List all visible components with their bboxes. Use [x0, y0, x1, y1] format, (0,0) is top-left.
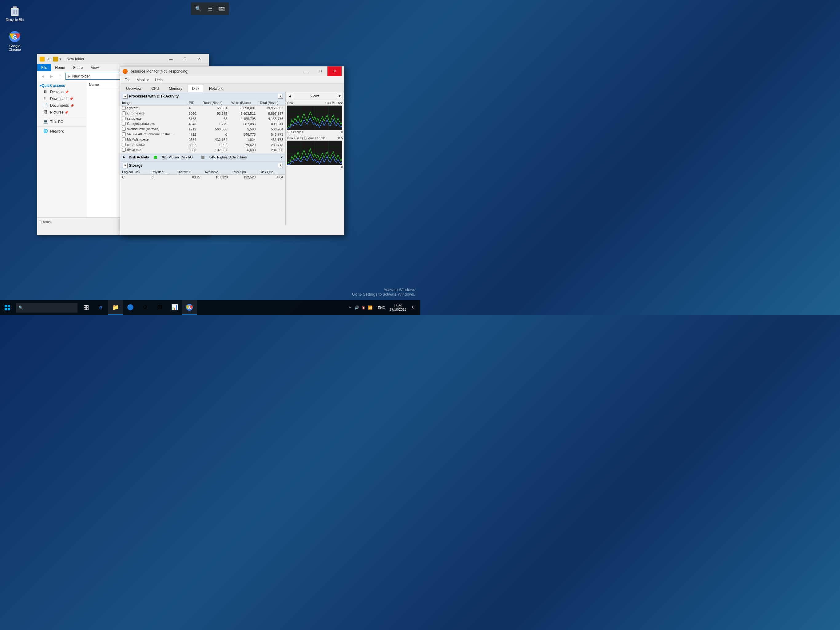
- search-toolbar-btn[interactable]: 🔍: [193, 4, 203, 14]
- col-read[interactable]: Read (B/sec): [201, 100, 229, 106]
- storage-col-total[interactable]: Total Spa...: [230, 169, 257, 175]
- back-btn[interactable]: ◀: [38, 72, 47, 81]
- sidebar-item-network[interactable]: 🌐 Network: [37, 128, 86, 135]
- views-prev-btn[interactable]: ◀: [287, 93, 293, 99]
- disk-activity-bar[interactable]: ▶ Disk Activity 626 MB/sec Disk I/O 84% …: [120, 153, 285, 161]
- taskbar-chrome2-btn[interactable]: [182, 300, 197, 315]
- row-checkbox[interactable]: [122, 122, 126, 125]
- row-checkbox[interactable]: [122, 132, 126, 136]
- keyboard-toolbar-btn[interactable]: ⌨: [217, 4, 227, 14]
- rm-menu-help[interactable]: Help: [152, 77, 166, 83]
- qat-dropdown[interactable]: ▼: [59, 57, 62, 61]
- sidebar-item-documents[interactable]: 📄 Documents 📌: [37, 102, 86, 109]
- taskbar-search[interactable]: 🔍: [16, 303, 77, 313]
- disk-graph-container: Disk 100 MB/sec: [286, 100, 344, 135]
- row-checkbox[interactable]: [122, 127, 126, 131]
- task-view-btn[interactable]: [79, 300, 93, 315]
- sidebar-item-thispc[interactable]: 💻 This PC: [37, 119, 86, 125]
- tray-wifi-icon[interactable]: 📶: [368, 305, 373, 310]
- resmon-icon: 📊: [171, 304, 178, 311]
- storage-collapse-btn[interactable]: ∧: [278, 163, 283, 168]
- rm-minimize-btn[interactable]: —: [299, 66, 313, 76]
- disk-activity-expand[interactable]: ▶: [123, 155, 125, 159]
- storage-col-logical[interactable]: Logical Disk: [120, 169, 149, 175]
- storage-col-available[interactable]: Available...: [203, 169, 230, 175]
- row-checkbox[interactable]: [122, 106, 126, 110]
- taskbar-ie-btn[interactable]: ℯ: [93, 300, 108, 315]
- notification-btn[interactable]: 🗨: [409, 300, 419, 315]
- qat-undo-btn[interactable]: ↩: [45, 56, 52, 62]
- row-checkbox[interactable]: [122, 143, 126, 146]
- rm-menu-monitor[interactable]: Monitor: [133, 77, 152, 83]
- tray-clock[interactable]: 16:50 27/10/2016: [387, 300, 409, 315]
- col-write[interactable]: Write (B/sec): [229, 100, 257, 106]
- quick-access-header[interactable]: ▸ Quick access: [37, 82, 86, 89]
- row-checkbox[interactable]: [122, 117, 126, 120]
- maximize-btn[interactable]: ☐: [178, 54, 192, 64]
- ribbon-tab-home[interactable]: Home: [51, 64, 69, 71]
- rm-menu-file[interactable]: File: [122, 77, 133, 83]
- rm-tab-cpu[interactable]: CPU: [147, 85, 164, 92]
- col-image[interactable]: Image: [120, 100, 187, 106]
- disk-activity-collapse[interactable]: ∨: [280, 155, 283, 159]
- col-total[interactable]: Total (B/sec): [257, 100, 285, 106]
- minimize-btn[interactable]: —: [164, 54, 178, 64]
- col-pid[interactable]: PID: [187, 100, 201, 106]
- ribbon-tab-share[interactable]: Share: [69, 64, 87, 71]
- close-btn[interactable]: ✕: [192, 54, 206, 64]
- processes-expand-btn[interactable]: ▼: [123, 94, 128, 99]
- disk-graph-svg: [287, 106, 342, 130]
- image-name: dfsvc.exe: [127, 148, 141, 152]
- cell-read: 68: [201, 116, 229, 121]
- processes-section-header[interactable]: ▼ Processes with Disk Activity ∧: [120, 92, 285, 100]
- table-row: svchost.exe (netsvcs) 1212 560,606 5,598…: [120, 127, 285, 131]
- google-chrome-icon[interactable]: Google Chrome: [2, 29, 27, 52]
- start-btn[interactable]: [0, 300, 15, 315]
- forward-btn[interactable]: ▶: [47, 72, 56, 81]
- taskbar-resmon-btn[interactable]: 📊: [167, 300, 182, 315]
- rm-title-icon: [123, 69, 128, 74]
- sidebar-item-downloads[interactable]: ⬇ Downloads 📌: [37, 95, 86, 102]
- storage-col-active[interactable]: Active Ti...: [177, 169, 203, 175]
- task-view-icon: [84, 305, 88, 310]
- image-name: chrome.exe: [127, 143, 145, 146]
- sidebar-item-desktop[interactable]: 🖥 Desktop 📌: [37, 89, 86, 95]
- storage-col-physical[interactable]: Physical ...: [149, 169, 177, 175]
- processes-collapse-btn[interactable]: ∧: [278, 94, 283, 99]
- up-btn[interactable]: ↑: [56, 72, 64, 81]
- desktop-pin: 📌: [65, 90, 69, 94]
- rm-close-btn[interactable]: ✕: [327, 66, 342, 76]
- rm-tab-memory[interactable]: Memory: [164, 85, 186, 92]
- rm-tab-disk[interactable]: Disk: [188, 85, 204, 92]
- disk-graph-footer: 60 Seconds 0: [287, 130, 343, 134]
- storage-col-queue[interactable]: Disk Que...: [257, 169, 285, 175]
- taskbar-cortana-btn[interactable]: 🔵: [123, 300, 138, 315]
- tray-speaker-icon[interactable]: 🔇: [361, 305, 366, 310]
- tray-chevron[interactable]: ^: [347, 305, 352, 310]
- rm-tab-overview[interactable]: Overview: [122, 85, 146, 92]
- recycle-bin-icon[interactable]: Recycle Bin: [2, 3, 27, 23]
- taskbar-settings-btn[interactable]: ⚙: [138, 300, 153, 315]
- row-checkbox[interactable]: [122, 138, 126, 141]
- cell-total: 433,178: [257, 137, 285, 142]
- taskbar-photos-btn[interactable]: 🖼: [153, 300, 167, 315]
- floating-toolbar: 🔍 ☰ ⌨: [191, 2, 229, 15]
- views-label: Views: [293, 94, 337, 98]
- activate-line1: Activate Windows: [352, 287, 415, 292]
- rm-maximize-btn[interactable]: ☐: [313, 66, 327, 76]
- row-checkbox[interactable]: [122, 148, 126, 152]
- desktop-icon-small: 🖥: [43, 90, 48, 95]
- menu-toolbar-btn[interactable]: ☰: [205, 4, 215, 14]
- network-icon: 🌐: [43, 129, 48, 134]
- ribbon-tab-view[interactable]: View: [87, 64, 103, 71]
- sidebar-item-pictures[interactable]: 🖼 Pictures 📌: [37, 109, 86, 116]
- storage-title: Storage: [129, 163, 278, 168]
- tray-network-icon[interactable]: 🔊: [354, 305, 359, 310]
- rm-tab-network[interactable]: Network: [204, 85, 227, 92]
- row-checkbox[interactable]: [122, 111, 126, 115]
- taskbar-explorer-btn[interactable]: 📁: [108, 300, 123, 315]
- storage-expand-btn[interactable]: ▼: [123, 163, 128, 168]
- ribbon-tab-file[interactable]: File: [37, 64, 51, 71]
- storage-section-header[interactable]: ▼ Storage ∧: [120, 161, 285, 169]
- views-dropdown-btn[interactable]: ▼: [337, 93, 343, 99]
